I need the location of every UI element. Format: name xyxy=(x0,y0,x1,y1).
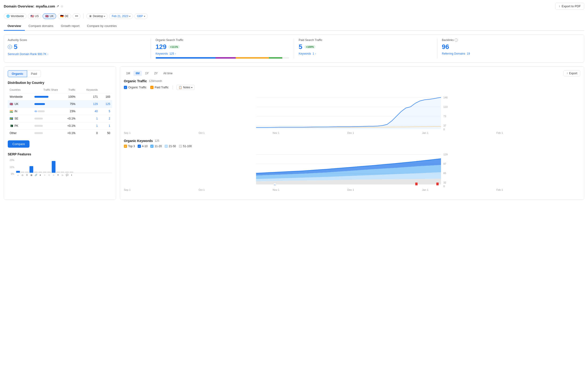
x-label: Jan 1 xyxy=(422,131,428,134)
time-1m[interactable]: 1M xyxy=(124,71,133,76)
uk-flag: 🇬🇧 xyxy=(45,15,49,18)
chevron-down-icon: ▾ xyxy=(104,15,105,18)
keywords-count: 5 xyxy=(100,108,112,115)
kw-top3-checkbox[interactable]: ✓ xyxy=(124,145,127,148)
currency-selector[interactable]: GBP ▾ xyxy=(134,13,147,19)
svg-text:110: 110 xyxy=(443,105,448,108)
country-name: 🇸🇪SE xyxy=(8,115,32,122)
star-icon[interactable]: ☆ xyxy=(60,4,63,8)
kw-1120-checkbox[interactable]: ✓ xyxy=(150,145,154,148)
keywords-arrow-icon: ↑ xyxy=(175,52,176,55)
backlinks-card: Backlinks i 96 Referring Domains 19 xyxy=(437,38,581,59)
svg-text:73: 73 xyxy=(443,115,446,118)
serp-bar xyxy=(61,171,64,173)
traffic-share-bar xyxy=(32,115,60,122)
x-label: Sep 1 xyxy=(124,131,131,134)
tab-compare-domains[interactable]: Compare domains xyxy=(25,22,57,31)
table-row: Other <0.1% 0 50 xyxy=(8,130,112,137)
compare-button[interactable]: Compare xyxy=(8,140,29,148)
worldwide-selector[interactable]: 🌐 Worldwide xyxy=(4,13,27,19)
de-selector[interactable]: 🇩🇪 DE xyxy=(57,13,71,19)
paid-traffic-label: Paid Search Traffic xyxy=(299,38,432,42)
kw-top3-item[interactable]: ✓ Top 3 xyxy=(124,145,135,148)
organic-legend-item[interactable]: ✓ Organic Traffic xyxy=(124,86,146,89)
organic-keywords-chart: G 129 97 65 32 0 Sep 1 xyxy=(124,150,580,191)
svg-text:32: 32 xyxy=(443,181,446,184)
bar-pk xyxy=(34,125,43,127)
table-row: 🇸🇪SE <0.1% 1 2 xyxy=(8,115,112,122)
export-button[interactable]: ↑ Export xyxy=(563,70,580,76)
export-pdf-button[interactable]: ↑ Export to PDF xyxy=(555,3,584,10)
serp-icon: ☆ xyxy=(52,174,56,176)
more-button[interactable]: ••• xyxy=(73,13,81,19)
kw-1120-item[interactable]: ✓ 11-20 xyxy=(150,145,162,148)
progress-yellow xyxy=(236,57,269,59)
traffic-count: 0 xyxy=(77,130,99,137)
serp-icons-row: ⌂ ◎ ☰ ▦ 🔗 ★ ○ □ ☆ ▼ ▷ � xyxy=(16,174,112,176)
serp-icon: ☰ xyxy=(25,174,29,176)
tab-growth-report[interactable]: Growth report xyxy=(57,22,83,31)
us-selector[interactable]: 🇺🇸 US xyxy=(28,13,41,19)
toolbar-divider xyxy=(83,14,84,19)
serp-features-title: SERP Features xyxy=(8,152,112,156)
info-icon[interactable]: i xyxy=(8,45,12,49)
domain-overview-label: Domain Overview: xyxy=(4,4,34,8)
tab-compare-countries[interactable]: Compare by countries xyxy=(83,22,121,31)
de-flag: 🇩🇪 xyxy=(60,15,64,18)
organic-traffic-chart-title: Organic Traffic 129/month xyxy=(124,79,580,83)
organic-traffic-value: 129 +111% xyxy=(156,43,289,51)
serp-icon: ▼ xyxy=(56,174,60,176)
organic-keywords-sub: Keywords 125 ↑ xyxy=(156,52,289,55)
chevron-down-icon: ▾ xyxy=(144,15,145,18)
traffic-chart-svg: 146 110 73 37 0 xyxy=(124,93,580,130)
svg-marker-4 xyxy=(256,97,441,129)
organic-checkbox[interactable]: ✓ xyxy=(124,86,127,89)
traffic-count: 171 xyxy=(77,93,99,100)
bar-se xyxy=(34,118,43,120)
paid-traffic-card: Paid Search Traffic 5 +100% Keywords 1 ↑ xyxy=(294,38,437,59)
serp-bar xyxy=(56,171,60,173)
paid-tab[interactable]: Paid xyxy=(27,70,41,77)
time-1y[interactable]: 1Y xyxy=(143,71,151,76)
time-6m[interactable]: 6M xyxy=(133,71,142,76)
organic-tab[interactable]: Organic xyxy=(8,70,27,77)
country-name: 🇵🇰PK xyxy=(8,122,32,130)
svg-rect-21 xyxy=(436,183,439,185)
serp-icon: ▦ xyxy=(29,174,33,176)
kw-410-item[interactable]: ✓ 4-10 xyxy=(138,145,147,148)
paid-checkbox[interactable]: ✓ xyxy=(150,86,154,89)
uk-selector[interactable]: 🇬🇧 UK xyxy=(43,13,56,19)
col-countries: Countries xyxy=(8,87,32,93)
kw-410-checkbox[interactable]: ✓ xyxy=(138,145,141,148)
external-link-icon[interactable]: ↗ xyxy=(56,4,59,8)
time-alltime[interactable]: All time xyxy=(161,71,175,76)
svg-text:0: 0 xyxy=(443,185,445,187)
paid-keywords-arrow-icon: ↑ xyxy=(315,52,316,55)
notes-button[interactable]: 📋 Notes ▾ xyxy=(176,85,195,90)
table-row: 🇮🇳IN 23% 40 5 xyxy=(8,108,112,115)
kw-2150-checkbox[interactable]: ✓ xyxy=(165,145,168,148)
bar-uk xyxy=(34,103,45,105)
chart-container: 146 110 73 37 0 Sep 1 Oct 1 Nov 1 Dec 1 … xyxy=(124,93,580,134)
traffic-share-bar xyxy=(32,93,60,100)
serp-icon: ℹ xyxy=(70,174,73,176)
serp-bar xyxy=(16,171,20,173)
date-selector[interactable]: Feb 21, 2023 ▾ xyxy=(109,13,133,19)
paid-legend-item[interactable]: ✓ Paid Traffic xyxy=(150,86,169,89)
kw-2150-item[interactable]: ✓ 21-50 xyxy=(165,145,176,148)
traffic-share-bar xyxy=(32,130,60,137)
authority-score-value: i 5 xyxy=(8,43,146,51)
organic-traffic-chart: 146 110 73 37 0 Sep 1 Oct 1 Nov 1 Dec 1 … xyxy=(124,93,580,134)
time-2y[interactable]: 2Y xyxy=(152,71,160,76)
paid-traffic-value: 5 +100% xyxy=(299,43,432,51)
traffic-share-bar xyxy=(32,108,60,115)
svg-rect-20 xyxy=(415,183,418,185)
x-label: Dec 1 xyxy=(347,131,354,134)
kw-51100-item[interactable]: ✓ 51-100 xyxy=(179,145,192,148)
toolbar: 🌐 Worldwide 🇺🇸 US 🇬🇧 UK 🇩🇪 DE ••• 🖥 Desk… xyxy=(4,12,584,22)
info-circle-icon[interactable]: i xyxy=(455,38,458,42)
tab-overview[interactable]: Overview xyxy=(4,22,25,31)
desktop-selector[interactable]: 🖥 Desktop ▾ xyxy=(86,13,108,19)
svg-text:0: 0 xyxy=(443,128,445,130)
kw-51100-checkbox[interactable]: ✓ xyxy=(179,145,182,148)
